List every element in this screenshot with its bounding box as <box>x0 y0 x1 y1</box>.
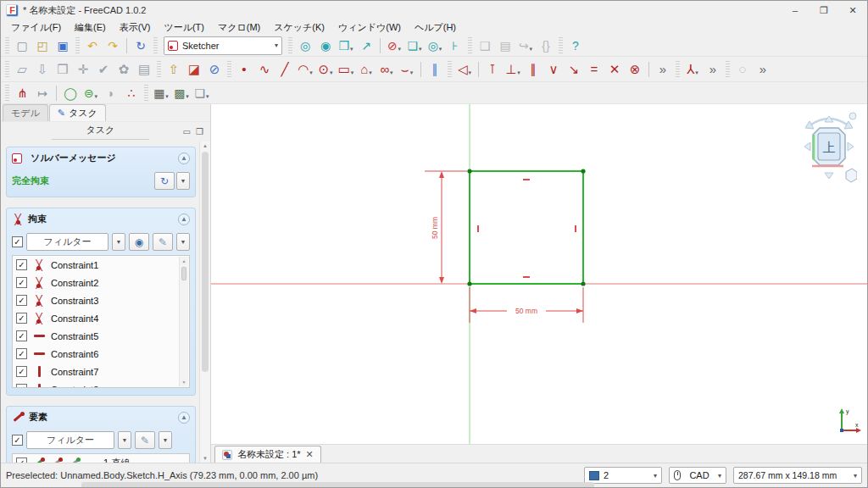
nav-style-combo[interactable]: CAD ▾ <box>669 467 726 484</box>
line-icon[interactable]: ╱ <box>275 60 294 79</box>
element-row[interactable]: ✓—1-直線 <box>13 454 189 463</box>
dock-float-icon[interactable]: ▭ <box>183 127 191 136</box>
menu-item-0[interactable]: ファイル(F) <box>4 19 68 36</box>
validate-sketch-icon[interactable]: ✔ <box>94 60 113 79</box>
restore-button[interactable]: ❐ <box>810 1 838 19</box>
constraint-row[interactable]: ✓Constraint7 <box>13 363 189 380</box>
menu-item-3[interactable]: ツール(T) <box>157 19 211 36</box>
render-order-icon[interactable]: ❏▾ <box>192 84 211 103</box>
mini-cube-icon[interactable] <box>846 169 857 182</box>
collapse-chevron-icon[interactable]: ▲ <box>178 412 190 424</box>
constraint-row[interactable]: ✓╳Constraint4 <box>13 309 189 327</box>
carbon-copy-icon[interactable]: ◌ <box>733 60 752 79</box>
arc-icon[interactable]: ◠▾ <box>296 60 314 79</box>
constrain-perpendicular-icon[interactable]: ∨ <box>544 60 563 79</box>
sketch-vertex[interactable] <box>467 281 471 286</box>
create-sketch-icon[interactable]: ▱ <box>13 60 31 79</box>
toolbar-overflow-icon[interactable]: » <box>654 60 672 79</box>
whats-this-icon[interactable]: ? <box>566 36 585 55</box>
constrain-parallel-icon[interactable]: ∥ <box>524 60 542 79</box>
checkbox[interactable]: ✓ <box>16 277 27 288</box>
sketch-vertex[interactable] <box>581 281 585 286</box>
bspline-poles-icon[interactable]: ⊜▾ <box>81 84 100 103</box>
constraints-filter-combo[interactable]: フィルター <box>26 233 108 251</box>
width-dimension-label[interactable]: 50 mm <box>515 307 537 315</box>
checkbox[interactable]: ✓ <box>16 295 27 306</box>
constraint-row[interactable]: ✓╳Constraint3 <box>13 291 189 309</box>
part-icon[interactable]: ❑ <box>476 36 494 55</box>
elements-filter-dropdown[interactable]: ▼ <box>118 431 131 449</box>
constraints-filter-dropdown[interactable]: ▼ <box>112 233 125 251</box>
checkbox[interactable]: ✓ <box>16 348 27 359</box>
save-icon[interactable]: ▣ <box>53 36 72 55</box>
sketch-rectangle[interactable] <box>470 171 583 284</box>
menu-item-7[interactable]: ヘルプ(H) <box>408 19 463 36</box>
grid-toggle-icon[interactable]: ▦▾ <box>152 84 170 103</box>
sketch-viewport[interactable]: 50 mm 50 mm <box>211 104 867 444</box>
measure-icon[interactable]: ⊦ <box>446 36 465 55</box>
view-size-combo[interactable]: 287.67 mm x 149.18 mm ▾ <box>733 467 862 484</box>
rectangle-icon[interactable]: ▭▾ <box>337 60 355 79</box>
stop-operation-icon[interactable]: ⊘ <box>205 60 224 79</box>
redo-icon[interactable]: ↷ <box>103 36 122 55</box>
elements-settings-dropdown[interactable]: ▼ <box>159 431 172 449</box>
menu-item-1[interactable]: 編集(E) <box>68 19 113 36</box>
collapse-chevron-icon[interactable]: ▲ <box>178 214 190 225</box>
checkbox[interactable]: ✓ <box>16 384 27 388</box>
workbench-combo[interactable]: Sketcher▾ <box>164 36 282 55</box>
tab-tasks[interactable]: ✎ タスク <box>49 104 106 121</box>
constraint-row[interactable]: ✓Constraint6 <box>13 345 189 363</box>
fit-selection-icon[interactable]: ◉ <box>316 36 335 55</box>
constraint-row[interactable]: ✓╳Constraint1 <box>13 256 189 274</box>
constrain-symmetric-icon[interactable]: ✕ <box>605 60 624 79</box>
constraints-settings-dropdown[interactable]: ▼ <box>176 233 190 251</box>
view-section-icon[interactable]: ◪ <box>185 60 203 79</box>
link-make-icon[interactable]: ↪▾ <box>516 36 535 55</box>
document-tab-close-icon[interactable]: ✕ <box>306 449 314 460</box>
close-button[interactable]: ✕ <box>838 1 867 19</box>
bspline-degree-icon[interactable]: ◯ <box>61 84 80 103</box>
elements-select-all-checkbox[interactable]: ✓ <box>12 435 23 446</box>
zoom-tools-icon[interactable]: ◎▾ <box>426 36 444 55</box>
menu-item-2[interactable]: 表示(V) <box>113 19 158 36</box>
refresh-icon[interactable]: ↻ <box>131 36 150 55</box>
menu-item-6[interactable]: ウィンドウ(W) <box>331 19 408 36</box>
arrow-down-icon[interactable] <box>825 173 833 179</box>
point-icon[interactable]: • <box>235 60 253 79</box>
fillet-icon[interactable]: ⌣▾ <box>398 60 416 79</box>
rotate-roll-icon[interactable] <box>849 113 856 119</box>
checkbox[interactable]: ✓ <box>16 259 27 270</box>
minimize-button[interactable]: – <box>781 1 810 19</box>
polyline-icon[interactable]: ∿ <box>255 60 274 79</box>
circle-icon[interactable]: ⊙▾ <box>316 60 335 79</box>
bspline-knots-icon[interactable]: ◗ <box>102 84 120 103</box>
constraint-row[interactable]: ✓╳Constraint2 <box>13 274 189 291</box>
constrain-equal-icon[interactable]: = <box>585 60 604 79</box>
view-sketch-icon[interactable]: ❒ <box>53 60 72 79</box>
tab-model[interactable]: モデル <box>3 104 48 121</box>
show-hide-eye-button[interactable]: ◉ <box>129 233 149 251</box>
constraints-settings-button[interactable]: ✎ <box>153 233 173 251</box>
external-geometry-icon[interactable]: ⅄▾ <box>683 60 702 79</box>
arrow-left-icon[interactable] <box>804 142 810 151</box>
menu-item-4[interactable]: マクロ(M) <box>211 19 267 36</box>
toolbar-overflow-icon-3[interactable]: » <box>754 60 772 79</box>
menu-item-5[interactable]: スケッチ(K) <box>267 19 331 36</box>
merge-sketches-icon[interactable]: ✿ <box>114 60 133 79</box>
draw-style-icon[interactable]: ⊘▾ <box>385 36 403 55</box>
height-dimension-label[interactable]: 50 mm <box>431 217 439 239</box>
document-tab[interactable]: 名称未設定 : 1* ✕ <box>214 446 321 463</box>
solver-refresh-button[interactable]: ↻ <box>154 172 175 190</box>
panel-scrollbar[interactable]: ▲ ▼ <box>199 141 210 463</box>
solver-dropdown-button[interactable]: ▼ <box>176 172 190 190</box>
checkbox[interactable]: ✓ <box>16 366 27 377</box>
selection-view-icon[interactable]: ❏▾ <box>405 36 424 55</box>
navcube-top-face[interactable]: 上 <box>823 140 836 154</box>
axonometric-view-icon[interactable]: ❒▾ <box>337 36 355 55</box>
open-file-icon[interactable]: ◰ <box>33 36 52 55</box>
checkbox[interactable]: ✓ <box>16 330 27 341</box>
slot-icon[interactable]: ∞▾ <box>377 60 396 79</box>
line-width-combo[interactable]: 2 ▾ <box>584 467 662 484</box>
group-icon[interactable]: ▤ <box>496 36 515 55</box>
fit-all-icon[interactable]: ◎ <box>296 36 314 55</box>
